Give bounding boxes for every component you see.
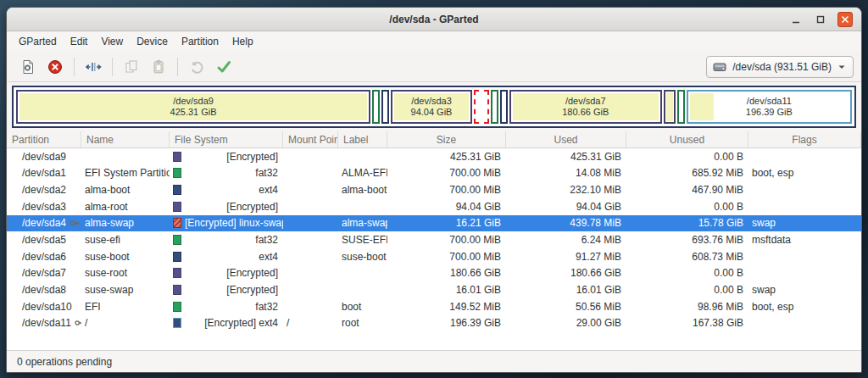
copy-button[interactable]	[118, 55, 145, 79]
menu-item-partition[interactable]: Partition	[175, 33, 225, 50]
minimize-button[interactable]	[788, 12, 804, 27]
map-segment-sda10[interactable]	[677, 90, 685, 124]
delete-partition-icon	[47, 58, 64, 75]
size-cell: 196.39 GiB	[387, 317, 506, 329]
menu-item-edit[interactable]: Edit	[64, 33, 95, 50]
maximize-button[interactable]	[813, 12, 828, 27]
size-cell: 180.66 GiB	[387, 267, 506, 279]
table-row-sda4[interactable]: /dev/sda4alma-swap[Encrypted] linux-swap…	[7, 215, 861, 232]
table-row-sda1[interactable]: /dev/sda1EFI System Partitionfat32ALMA-E…	[7, 165, 861, 182]
filesystem-color-swatch	[173, 285, 181, 295]
menu-item-device[interactable]: Device	[130, 33, 175, 50]
partition-cell: /dev/sda3	[7, 201, 81, 213]
map-segment-label: /dev/sda7180.66 GiB	[511, 92, 660, 122]
apply-icon	[215, 58, 232, 75]
size-cell: 700.00 MiB	[387, 184, 506, 196]
label-cell: boot	[338, 301, 387, 313]
column-header-partition[interactable]: Partition	[7, 131, 81, 147]
filesystem-name: ext4	[185, 251, 278, 263]
table-row-sda10[interactable]: /dev/sda10EFIfat32boot149.52 MiB50.56 Mi…	[7, 298, 861, 315]
apply-button[interactable]	[210, 55, 237, 79]
column-header-file-system[interactable]: File System	[170, 131, 283, 147]
desktop-background: /dev/sda - GParted	[0, 0, 868, 378]
filesystem-color-swatch	[173, 152, 181, 162]
name-cell: /	[81, 317, 170, 329]
filesystem-color-swatch	[173, 185, 181, 195]
undo-icon	[188, 58, 205, 75]
map-segment-sda3[interactable]: /dev/sda394.04 GiB	[391, 90, 472, 124]
device-selector[interactable]: /dev/sda (931.51 GiB)	[706, 56, 854, 78]
close-button[interactable]	[837, 12, 853, 27]
filesystem-name: [Encrypted]	[185, 267, 278, 279]
table-row-sda7[interactable]: /dev/sda7suse-root[Encrypted]180.66 GiB1…	[7, 264, 861, 281]
column-header-flags[interactable]: Flags	[748, 131, 861, 147]
filesystem-name: [Encrypted] ext4	[185, 317, 278, 329]
partition-path: /dev/sda2	[22, 184, 66, 196]
flags-cell: boot, esp	[748, 301, 861, 313]
menu-item-view[interactable]: View	[94, 33, 130, 50]
table-row-sda11[interactable]: /dev/sda11/[Encrypted] ext4/root196.39 G…	[7, 314, 861, 331]
filesystem-cell: [Encrypted]	[170, 267, 283, 279]
map-segment-sda4-selected[interactable]	[474, 90, 489, 124]
filesystem-cell: ext4	[170, 251, 283, 263]
menu-item-gparted[interactable]: GParted	[12, 33, 64, 50]
partition-cell: /dev/sda10	[7, 301, 81, 313]
map-segment-sda5[interactable]	[491, 90, 498, 124]
filesystem-name: fat32	[185, 301, 278, 313]
new-partition-icon	[19, 58, 36, 75]
resize-move-icon	[85, 58, 102, 75]
table-row-sda8[interactable]: /dev/sda8suse-swap[Encrypted]16.01 GiB16…	[7, 281, 861, 298]
pending-operations-text: 0 operations pending	[17, 356, 112, 368]
resize-move-button[interactable]	[80, 55, 107, 79]
paste-button[interactable]	[145, 55, 172, 79]
used-cell: 180.66 GiB	[506, 267, 626, 279]
map-segment-sda9[interactable]: /dev/sda9425.31 GiB	[16, 90, 370, 124]
filesystem-color-swatch	[173, 218, 181, 228]
column-header-mount-point[interactable]: Mount Point	[283, 131, 338, 147]
drive-harddisk-icon	[713, 61, 726, 73]
partition-path: /dev/sda1	[22, 167, 66, 179]
label-cell: root	[338, 317, 387, 329]
column-header-used[interactable]: Used	[506, 131, 626, 147]
map-segment-sda8[interactable]	[664, 90, 676, 124]
toolbar: /dev/sda (931.51 GiB)	[7, 52, 861, 82]
new-partition-button[interactable]	[14, 55, 42, 79]
used-cell: 425.31 GiB	[506, 151, 626, 163]
map-segment-sda1[interactable]	[372, 90, 380, 124]
map-segment-sda7[interactable]: /dev/sda7180.66 GiB	[509, 90, 662, 124]
menu-item-help[interactable]: Help	[225, 33, 260, 50]
toolbar-separator	[112, 58, 113, 76]
filesystem-cell: [Encrypted] ext4	[170, 317, 283, 329]
table-row-sda3[interactable]: /dev/sda3alma-root[Encrypted]94.04 GiB94…	[7, 198, 861, 215]
map-segment-sda2[interactable]	[381, 90, 389, 124]
used-cell: 29.00 GiB	[506, 317, 626, 329]
table-row-sda2[interactable]: /dev/sda2alma-bootext4alma-boot700.00 Mi…	[7, 181, 861, 198]
unused-cell: 15.78 GiB	[626, 217, 748, 229]
key-icon	[75, 319, 81, 327]
flags-cell: boot, esp	[748, 167, 861, 179]
table-header: PartitionNameFile SystemMount PointLabel…	[7, 131, 861, 148]
column-header-label[interactable]: Label	[338, 131, 387, 147]
gparted-window: /dev/sda - GParted	[6, 7, 862, 373]
map-segment-sda11[interactable]: /dev/sda11196.39 GiB	[687, 90, 852, 124]
table-row-sda5[interactable]: /dev/sda5suse-efifat32SUSE-EFI700.00 MiB…	[7, 231, 861, 248]
partition-path: /dev/sda5	[22, 234, 66, 246]
filesystem-cell: ext4	[170, 184, 283, 196]
size-cell: 700.00 MiB	[387, 234, 506, 246]
label-cell: ALMA-EFI	[338, 167, 387, 179]
map-segment-sda6[interactable]	[500, 90, 508, 124]
chevron-down-icon	[837, 64, 846, 70]
undo-button[interactable]	[183, 55, 210, 79]
column-header-name[interactable]: Name	[81, 131, 170, 147]
delete-partition-button[interactable]	[42, 55, 69, 79]
map-segment-fill	[680, 92, 682, 121]
table-row-sda9[interactable]: /dev/sda9[Encrypted]425.31 GiB425.31 GiB…	[7, 148, 861, 165]
table-row-sda6[interactable]: /dev/sda6suse-bootext4suse-boot700.00 Mi…	[7, 248, 861, 265]
title-bar[interactable]: /dev/sda - GParted	[7, 8, 861, 31]
map-segment-fill	[493, 92, 496, 121]
column-header-size[interactable]: Size	[387, 131, 506, 147]
size-cell: 700.00 MiB	[387, 251, 506, 263]
name-cell: suse-root	[81, 267, 170, 279]
map-segment-label: /dev/sda11196.39 GiB	[688, 92, 850, 122]
column-header-unused[interactable]: Unused	[626, 131, 748, 147]
